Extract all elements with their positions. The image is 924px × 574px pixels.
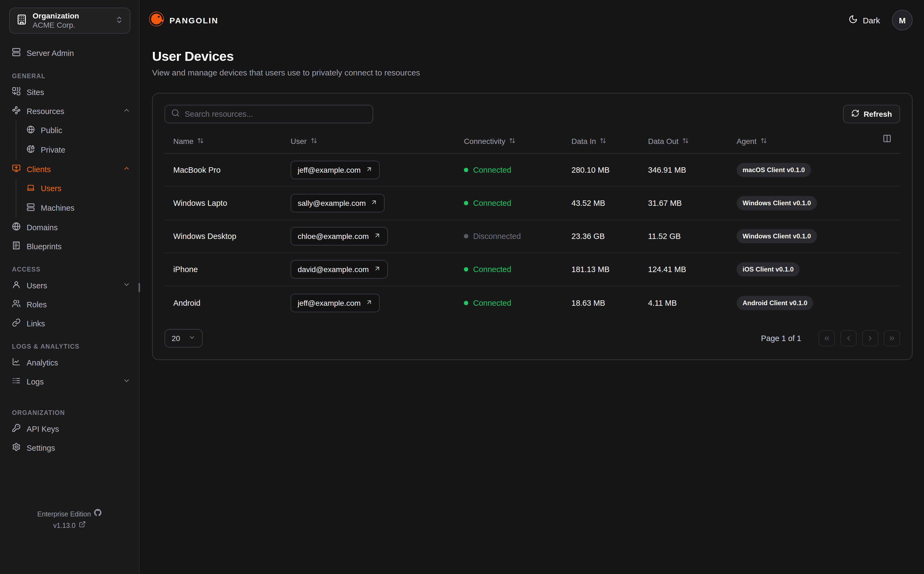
sidebar-item-label: Domains xyxy=(27,223,130,232)
sidebar-item-server-admin[interactable]: Server Admin xyxy=(9,43,130,63)
pangolin-logo-icon xyxy=(148,11,165,29)
table-row[interactable]: MacBook Pro jeff@example.com Connected 2… xyxy=(165,154,900,187)
sidebar-item-label: Server Admin xyxy=(27,49,130,57)
first-page-button[interactable] xyxy=(818,330,835,347)
table-row[interactable]: Windows Lapto sally@example.com Connecte… xyxy=(165,187,900,220)
sidebar-item-clients[interactable]: Clients xyxy=(9,160,130,179)
table-row[interactable]: Windows Desktop chloe@example.com Discon… xyxy=(165,220,900,253)
topbar-right: Dark M xyxy=(849,10,913,30)
column-label: Data In xyxy=(571,137,596,145)
github-icon[interactable] xyxy=(94,509,102,520)
app: Organization ACME Corp. Server Admin GEN… xyxy=(0,0,924,574)
status-dot-icon xyxy=(464,234,468,238)
arrow-up-right-icon xyxy=(366,166,373,174)
section-label-logs-analytics: LOGS & ANALYTICS xyxy=(12,343,130,350)
agent-badge: Android Client v0.1.0 xyxy=(736,296,814,310)
theme-toggle[interactable]: Dark xyxy=(849,15,880,25)
table-row[interactable]: iPhone david@example.com Connected 181.1… xyxy=(165,253,900,286)
sidebar-item-resources[interactable]: Resources xyxy=(9,101,130,121)
external-link-icon[interactable] xyxy=(79,520,86,532)
device-name: iPhone xyxy=(165,265,282,274)
waypoints-icon xyxy=(12,106,20,116)
brand[interactable]: PANGOLIN xyxy=(148,11,218,29)
device-name: Windows Lapto xyxy=(165,199,282,207)
status-dot-icon xyxy=(464,301,468,305)
sort-icon xyxy=(311,137,317,145)
avatar[interactable]: M xyxy=(892,10,913,30)
sidebar-item-roles[interactable]: Roles xyxy=(9,295,130,314)
org-selector-value: ACME Corp. xyxy=(33,20,110,30)
page-size-value: 20 xyxy=(172,334,180,343)
user-link-button[interactable]: david@example.com xyxy=(291,260,388,279)
chevron-up-icon xyxy=(123,164,130,174)
user-link-button[interactable]: chloe@example.com xyxy=(291,227,388,246)
chart-line-icon xyxy=(12,357,20,367)
sidebar-item-analytics[interactable]: Analytics xyxy=(9,353,130,372)
laptop-icon xyxy=(27,183,35,193)
sidebar-item-label: Private xyxy=(41,145,130,154)
data-in-value: 18.63 MB xyxy=(563,298,639,307)
user-email: jeff@example.com xyxy=(298,166,361,174)
sidebar-item-logs[interactable]: Logs xyxy=(9,372,130,391)
sidebar-item-label: Resources xyxy=(27,107,117,115)
column-header-connectivity[interactable]: Connectivity xyxy=(455,137,563,145)
status-label: Connected xyxy=(473,199,511,207)
sidebar-item-private[interactable]: Private xyxy=(24,140,130,160)
chevron-down-icon xyxy=(123,281,130,290)
sidebar-item-clients-users[interactable]: Users xyxy=(24,179,130,198)
sidebar-item-blueprints[interactable]: Blueprints xyxy=(9,237,130,256)
table-header: Name User Connectivity Data In Data Out xyxy=(165,129,900,154)
status-dot-icon xyxy=(464,201,468,205)
agent-badge: macOS Client v0.1.0 xyxy=(736,163,811,177)
pager: Page 1 of 1 xyxy=(761,330,900,347)
sidebar-item-label: Blueprints xyxy=(27,242,130,251)
sort-icon xyxy=(682,137,689,145)
sort-icon xyxy=(760,137,767,145)
user-link-button[interactable]: jeff@example.com xyxy=(291,161,380,179)
building-icon xyxy=(16,14,27,27)
user-link-button[interactable]: jeff@example.com xyxy=(291,293,380,312)
connectivity-status: Connected xyxy=(464,166,511,174)
page-title: User Devices xyxy=(152,49,913,64)
last-page-button[interactable] xyxy=(884,330,900,347)
columns-toggle-icon[interactable] xyxy=(883,134,891,145)
next-page-button[interactable] xyxy=(862,330,878,347)
column-header-user[interactable]: User xyxy=(282,137,455,145)
table-body: MacBook Pro jeff@example.com Connected 2… xyxy=(165,154,900,319)
sidebar-item-settings[interactable]: Settings xyxy=(9,438,130,457)
column-header-data-out[interactable]: Data Out xyxy=(639,137,728,145)
sidebar-item-label: Analytics xyxy=(27,358,130,367)
sidebar-item-label: Settings xyxy=(27,443,130,452)
column-label: Name xyxy=(173,137,194,145)
sidebar-item-links[interactable]: Links xyxy=(9,314,130,333)
sidebar-item-label: Clients xyxy=(27,165,117,173)
resources-subgroup: Public Private xyxy=(16,121,130,160)
user-link-button[interactable]: sally@example.com xyxy=(291,194,385,212)
status-label: Disconnected xyxy=(473,232,521,241)
prev-page-button[interactable] xyxy=(840,330,857,347)
arrow-up-right-icon xyxy=(366,298,373,307)
sidebar-item-sites[interactable]: Sites xyxy=(9,82,130,101)
sidebar-item-machines[interactable]: Machines xyxy=(24,198,130,218)
column-label: Connectivity xyxy=(464,137,505,145)
clients-subgroup: Users Machines xyxy=(16,179,130,218)
connectivity-status: Disconnected xyxy=(464,232,521,241)
refresh-button[interactable]: Refresh xyxy=(843,105,900,123)
page-size-select[interactable]: 20 xyxy=(165,329,203,347)
column-header-agent[interactable]: Agent xyxy=(728,137,900,145)
column-header-name[interactable]: Name xyxy=(165,137,282,145)
sidebar-item-public[interactable]: Public xyxy=(24,121,130,140)
column-header-data-in[interactable]: Data In xyxy=(563,137,639,145)
receipt-icon xyxy=(12,241,20,251)
brand-name: PANGOLIN xyxy=(169,16,218,25)
sidebar-item-api-keys[interactable]: API Keys xyxy=(9,419,130,438)
search-input[interactable] xyxy=(185,110,367,118)
table-row[interactable]: Android jeff@example.com Connected 18.63… xyxy=(165,286,900,319)
org-selector[interactable]: Organization ACME Corp. xyxy=(9,8,130,34)
user-email: sally@example.com xyxy=(298,199,366,207)
connectivity-status: Connected xyxy=(464,298,511,307)
page-head: User Devices View and manage devices tha… xyxy=(148,49,913,77)
sidebar-item-domains[interactable]: Domains xyxy=(9,218,130,237)
sidebar-item-label: Public xyxy=(41,126,130,135)
sidebar-item-users[interactable]: Users xyxy=(9,276,130,295)
